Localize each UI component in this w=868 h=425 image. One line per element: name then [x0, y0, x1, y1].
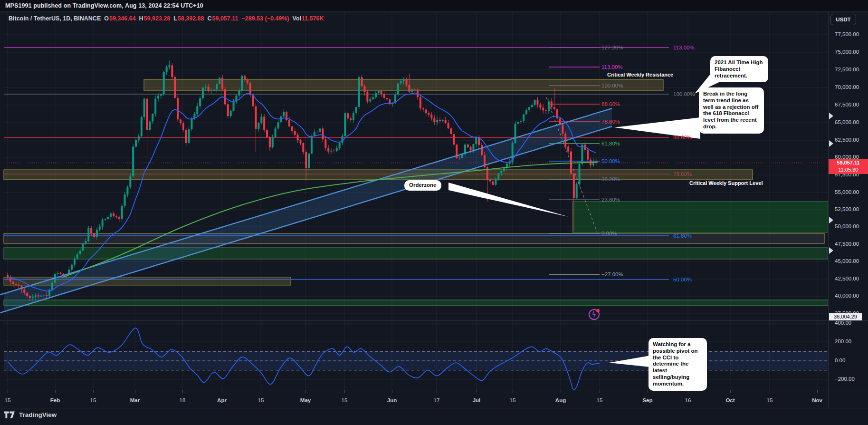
- currency-toggle-button[interactable]: USDT: [830, 14, 856, 25]
- pane-separator[interactable]: [0, 320, 868, 321]
- time-axis-tick: [513, 390, 513, 393]
- zone-green-band-38k[interactable]: [4, 300, 828, 306]
- price-alert-arrow-icon[interactable]: [829, 247, 833, 254]
- notification-dot: [596, 309, 600, 312]
- time-axis-label[interactable]: Apr: [217, 397, 227, 403]
- fib-recent-label[interactable]: 100.00%: [601, 83, 623, 88]
- fib-ath-label[interactable]: 100.00%: [673, 91, 695, 97]
- cci-axis-label[interactable]: 200.00: [835, 338, 851, 344]
- time-axis-label[interactable]: Aug: [555, 397, 566, 403]
- time-axis-label[interactable]: 15: [597, 397, 603, 403]
- callout-trend-break[interactable]: Break in the long term trend line as wel…: [699, 87, 764, 134]
- time-axis-label[interactable]: Jul: [473, 397, 481, 403]
- fib-ath-label[interactable]: 61.80%: [673, 233, 692, 239]
- callout-orderzone[interactable]: Orderzone: [404, 180, 441, 191]
- price-axis-label[interactable]: 67,500.00: [835, 102, 859, 107]
- price-axis-label[interactable]: 40,000.00: [835, 293, 859, 299]
- fib-price-tag: 36,004.29: [829, 313, 862, 320]
- change-value: −289.53 (−0.49%): [241, 15, 289, 22]
- published-text: MPS1991 published on TradingView.com, Au…: [5, 2, 203, 9]
- price-axis-label[interactable]: 72,500.00: [835, 67, 859, 72]
- time-axis-tick: [817, 390, 818, 393]
- price-axis-label[interactable]: 47,500.00: [835, 241, 859, 247]
- cci-axis-label[interactable]: −200.00: [835, 376, 855, 382]
- resistance-zone-title: Critical Weekly Resistance: [607, 72, 673, 77]
- tradingview-logo[interactable]: TradingView: [4, 411, 57, 418]
- close-label: C: [207, 15, 211, 22]
- time-axis-tick: [392, 390, 392, 393]
- open-label: O: [104, 15, 109, 22]
- time-axis-label[interactable]: 15: [510, 397, 516, 403]
- time-axis-label[interactable]: 18: [180, 397, 186, 403]
- time-axis-tick: [600, 390, 600, 393]
- high-value: 59,923.28: [144, 15, 171, 22]
- callout-cci-note[interactable]: Watching for a possible pivot on the CCI…: [649, 338, 707, 391]
- fib-recent-label[interactable]: 50.00%: [601, 158, 620, 164]
- time-axis-label[interactable]: 15: [258, 397, 264, 403]
- time-axis-label[interactable]: 15: [5, 397, 11, 403]
- zone-critical-weekly-support[interactable]: [4, 170, 753, 180]
- cci-axis-label[interactable]: 0.00: [835, 357, 845, 363]
- price-axis-label[interactable]: 55,000.00: [835, 189, 859, 195]
- timeaxis-separator: [0, 390, 868, 390]
- fib-recent-label[interactable]: −27.00%: [601, 271, 623, 277]
- header-separator: [0, 12, 868, 12]
- time-axis-tick: [305, 390, 306, 393]
- time-axis-label[interactable]: Jun: [387, 397, 397, 403]
- price-axis-label[interactable]: 45,000.00: [835, 258, 859, 264]
- time-axis-tick: [688, 390, 688, 393]
- time-axis-tick: [770, 390, 770, 393]
- time-axis-label[interactable]: 15: [342, 397, 348, 403]
- price-axis-label[interactable]: 75,000.00: [835, 49, 859, 55]
- fib-ath-label[interactable]: 78.60%: [673, 171, 692, 177]
- price-alert-arrow-icon[interactable]: [829, 217, 833, 223]
- fib-ath-label[interactable]: 113.00%: [673, 45, 695, 50]
- flash-ideas-icon[interactable]: ϟ: [589, 309, 600, 320]
- fib-recent-label[interactable]: 0.00%: [601, 231, 617, 236]
- time-axis-tick: [135, 390, 135, 393]
- fib-ath-label[interactable]: 50.00%: [673, 277, 692, 282]
- symbol-title[interactable]: Bitcoin / TetherUS, 1D, BINANCE: [9, 15, 101, 22]
- price-alert-arrow-icon[interactable]: [829, 113, 833, 119]
- price-axis-label[interactable]: 62,500.00: [835, 137, 859, 143]
- price-axis-label[interactable]: 77,500.00: [835, 31, 859, 37]
- time-axis-label[interactable]: Mar: [130, 397, 140, 403]
- fib-recent-label[interactable]: 38.20%: [601, 176, 620, 182]
- time-axis-label[interactable]: Nov: [812, 397, 822, 403]
- time-axis-label[interactable]: Sep: [642, 397, 652, 403]
- zone-yellow-range-48k[interactable]: [4, 233, 824, 243]
- time-axis-label[interactable]: Feb: [50, 397, 60, 403]
- time-axis-label[interactable]: Oct: [725, 397, 734, 403]
- time-axis-tick: [55, 390, 56, 393]
- price-axis-label[interactable]: 70,000.00: [835, 84, 859, 90]
- time-axis-label[interactable]: May: [300, 397, 311, 403]
- fib-recent-label[interactable]: 23.60%: [601, 197, 620, 203]
- price-axis-label[interactable]: 65,000.00: [835, 119, 859, 125]
- time-axis-label[interactable]: 15: [90, 397, 96, 403]
- fib-recent-label[interactable]: 78.60%: [601, 119, 620, 125]
- time-axis-label[interactable]: 16: [685, 397, 691, 403]
- close-value: 59,057.11: [212, 15, 238, 22]
- time-axis-label[interactable]: 15: [767, 397, 773, 403]
- published-bar: MPS1991 published on TradingView.com, Au…: [0, 0, 868, 12]
- fib-recent-label[interactable]: 113.00%: [601, 64, 623, 70]
- zone-orderzone[interactable]: [572, 202, 828, 232]
- cci-axis-label[interactable]: 400.00: [835, 320, 851, 326]
- price-axis-label[interactable]: 50,000.00: [835, 223, 859, 229]
- fib-ath-label[interactable]: 88.60%: [673, 135, 692, 140]
- fib-recent-label[interactable]: 127.20%: [601, 45, 623, 50]
- time-axis-tick: [561, 390, 561, 393]
- fib-recent-label[interactable]: 61.80%: [601, 141, 620, 146]
- time-axis-tick: [93, 390, 94, 393]
- callout-ath-fib[interactable]: 2021 All Time High Fibanocci retracement…: [710, 56, 768, 82]
- price-alert-arrow-icon[interactable]: [829, 140, 833, 147]
- bottom-toolbar: [0, 408, 868, 425]
- tradingview-logo-icon: [4, 411, 16, 418]
- price-axis-label[interactable]: 42,500.00: [835, 276, 859, 281]
- time-axis-tick: [477, 390, 477, 393]
- price-axis-label[interactable]: 52,500.00: [835, 206, 859, 212]
- time-axis-label[interactable]: 17: [434, 397, 440, 403]
- symbol-legend[interactable]: Bitcoin / TetherUS, 1D, BINANCE O59,346.…: [9, 15, 324, 22]
- time-axis-tick: [261, 390, 261, 393]
- fib-recent-label[interactable]: 88.60%: [601, 101, 620, 107]
